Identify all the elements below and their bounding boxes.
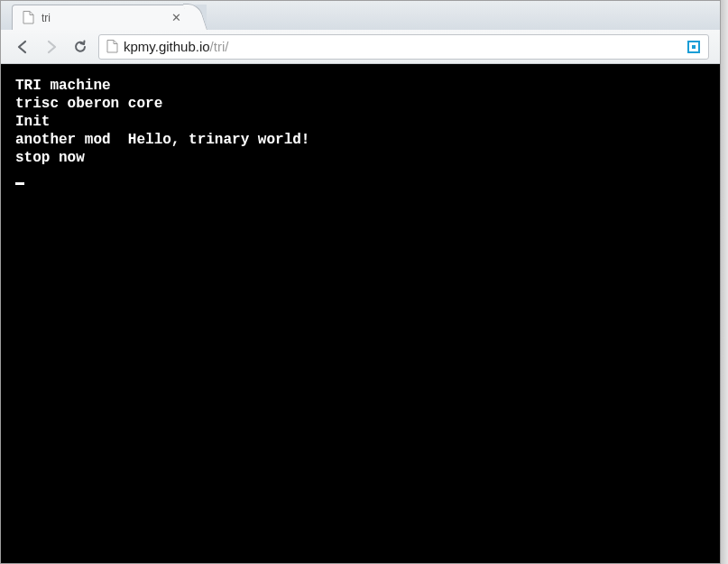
terminal-cursor — [15, 182, 24, 185]
svg-rect-1 — [692, 45, 696, 49]
navigation-bar: kpmy.github.io/tri/ — [1, 30, 720, 64]
site-info-icon[interactable] — [106, 40, 118, 53]
close-tab-icon[interactable]: ✕ — [170, 12, 182, 24]
file-icon — [22, 12, 34, 24]
tab-curve — [192, 5, 207, 30]
terminal-line: stop now — [15, 150, 85, 166]
url-host: kpmy.github.io — [124, 39, 210, 54]
address-bar[interactable]: kpmy.github.io/tri/ — [98, 34, 709, 60]
forward-button[interactable] — [41, 36, 62, 58]
browser-tab[interactable]: tri ✕ — [12, 5, 192, 30]
tab-title: tri — [41, 12, 51, 24]
terminal-line: TRI machine — [15, 78, 111, 94]
url-path: /tri/ — [210, 39, 229, 54]
window-edge — [721, 0, 728, 564]
terminal-line: another mod Hello, trinary world! — [15, 132, 309, 148]
reload-button[interactable] — [69, 36, 91, 58]
back-button[interactable] — [12, 36, 33, 58]
terminal-line: Init — [15, 114, 50, 130]
bookmark-icon[interactable] — [687, 40, 701, 54]
browser-window: tri ✕ — [0, 0, 721, 564]
url-display: kpmy.github.io/tri/ — [124, 39, 681, 54]
terminal-line: trisc oberon core — [15, 96, 162, 112]
tab-bar: tri ✕ — [1, 1, 720, 30]
page-content: TRI machine trisc oberon core Init anoth… — [1, 64, 720, 563]
